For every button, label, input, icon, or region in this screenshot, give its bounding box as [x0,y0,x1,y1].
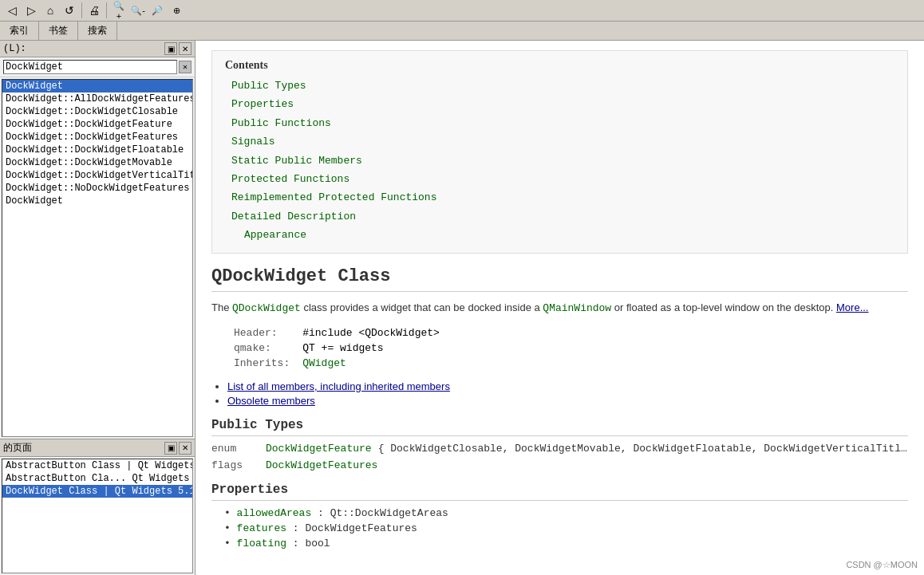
prop-type-features: : DockWidgetFeatures [286,522,417,534]
more-link[interactable]: More... [836,301,868,313]
search-clear-button[interactable]: ✕ [179,61,192,73]
left-bottom-header: 的页面 ▣ ✕ [0,439,195,457]
obsolete-link-item: Obsolete members [227,395,908,407]
zoom-fit-button[interactable]: ⊕ [168,2,185,19]
contents-link-public-functions[interactable]: Public Functions [225,114,894,132]
class-title: QDockWidget Class [211,266,908,292]
watermark: CSDN @☆MOON [846,560,918,570]
panel-header-buttons: ▣ ✕ [164,42,192,55]
enum-row: enum DockWidgetFeature { DockWidgetClosa… [211,443,908,455]
tab-bookmark[interactable]: 书签 [39,22,78,40]
zoom-out-button[interactable]: 🔍- [129,2,147,19]
bottom-panel-title: 的页面 [3,441,32,455]
reload-button[interactable]: ↺ [61,2,78,19]
panel-maximize-button[interactable]: ▣ [164,42,177,55]
contents-link-public-types[interactable]: Public Types [225,77,894,95]
list-item[interactable]: DockWidget::DockWidgetFeatures [2,131,192,144]
flags-type[interactable]: DockWidgetFeatures [266,459,377,471]
list-item[interactable]: DockWidget::DockWidgetFeature [2,118,192,131]
left-panel: (L): ▣ ✕ ✕ DockWidget DockWidget::AllDoc… [0,41,195,575]
class-links: List of all members, including inherited… [227,380,908,407]
prop-name-floating[interactable]: floating [237,538,286,549]
prop-item-allowedareas: allowedAreas : Qt::DockWidgetAreas [224,507,908,519]
qmake-value: QT += widgets [296,341,446,356]
flags-row: flags DockWidgetFeatures [211,459,908,471]
public-types-title: Public Types [211,418,908,436]
bottom-list[interactable]: AbstractButton Class | Qt Widgets 5.12.1… [2,459,193,573]
contents-link-appearance[interactable]: Appearance [225,226,894,244]
contents-title: Contents [225,59,894,72]
contents-link-reimplemented[interactable]: Reimplemented Protected Functions [225,188,894,207]
separator [81,2,82,18]
separator2 [106,2,107,18]
bottom-close-button[interactable]: ✕ [179,442,192,455]
left-list[interactable]: DockWidget DockWidget::AllDockWidgetFeat… [2,79,193,437]
list-item[interactable]: DockWidget [2,80,192,93]
forward-button[interactable]: ▷ [22,2,40,19]
back-button[interactable]: ◁ [3,2,21,19]
bottom-list-item[interactable]: AbstractButton Class | Qt Widgets 5.12.1… [2,459,192,472]
meta-table: Header: #include <QDockWidget> qmake: QT… [227,325,446,371]
contents-link-protected-functions[interactable]: Protected Functions [225,170,894,188]
obsolete-link[interactable]: Obsolete members [227,395,315,407]
search-input[interactable] [3,60,177,74]
left-panel-title: (L): [3,43,26,54]
prop-item-features: features : DockWidgetFeatures [224,522,908,534]
qmainwindow-link[interactable]: QMainWindow [543,302,611,314]
contents-link-detailed-description[interactable]: Detailed Description [225,207,894,226]
qwidget-link[interactable]: QWidget [302,357,346,369]
left-bottom-panel: 的页面 ▣ ✕ AbstractButton Class | Qt Widget… [0,439,195,575]
contents-box: Contents Public Types Properties Public … [211,50,908,254]
left-top-panel: (L): ▣ ✕ ✕ DockWidget DockWidget::AllDoc… [0,41,195,439]
qmake-label: qmake: [227,341,296,356]
header-label: Header: [227,325,296,341]
enum-values: { DockWidgetClosable, DockWidgetMovable,… [378,443,908,455]
contents-link-properties[interactable]: Properties [225,95,894,113]
bottom-panel-buttons: ▣ ✕ [164,442,192,455]
prop-name-features[interactable]: features [237,522,286,534]
panel-close-button[interactable]: ✕ [179,42,192,55]
list-item[interactable]: DockWidget::NoDockWidgetFeatures [2,182,192,195]
prop-item-floating: floating : bool [224,538,908,549]
list-item[interactable]: DockWidget [2,195,192,207]
right-content[interactable]: Contents Public Types Properties Public … [195,41,924,575]
contents-link-static-public-members[interactable]: Static Public Members [225,152,894,170]
enum-type[interactable]: DockWidgetFeature [266,443,372,455]
enum-label: enum [211,443,259,455]
header-value: #include <QDockWidget> [296,325,446,341]
list-item[interactable]: DockWidget::DockWidgetClosable [2,105,192,118]
properties-title: Properties [211,482,908,501]
inherits-label: Inherits: [227,356,296,371]
list-item[interactable]: DockWidget::DockWidgetVerticalTitleBar [2,169,192,182]
nav-tabs: 索引 书签 搜索 [0,22,924,41]
prop-name-allowedareas[interactable]: allowedAreas [237,507,312,519]
contents-link-signals[interactable]: Signals [225,132,894,151]
bottom-maximize-button[interactable]: ▣ [164,442,177,455]
inherits-value: QWidget [296,356,446,371]
properties-list: allowedAreas : Qt::DockWidgetAreas featu… [224,507,908,549]
tab-search[interactable]: 搜索 [78,22,117,40]
left-panel-header: (L): ▣ ✕ [0,41,195,57]
flags-label: flags [211,459,259,471]
main-layout: (L): ▣ ✕ ✕ DockWidget DockWidget::AllDoc… [0,41,924,575]
tab-index[interactable]: 索引 [0,22,39,40]
print-button[interactable]: 🖨 [85,2,103,19]
list-item[interactable]: DockWidget::DockWidgetMovable [2,156,192,169]
toolbar: ◁ ▷ ⌂ ↺ 🖨 🔍+ 🔍- 🔎 ⊕ [0,0,924,22]
list-item[interactable]: DockWidget::AllDockWidgetFeatures [2,93,192,105]
class-description: The QDockWidget class provides a widget … [211,300,908,317]
zoom-reset-button[interactable]: 🔎 [148,2,166,19]
bottom-list-item[interactable]: DockWidget Class | Qt Widgets 5.12.12 [2,485,192,498]
search-row: ✕ [0,57,195,77]
all-members-link-item: List of all members, including inherited… [227,380,908,392]
zoom-in-button[interactable]: 🔍+ [110,2,128,19]
prop-type-allowedareas: : Qt::DockWidgetAreas [311,507,448,519]
bottom-list-item[interactable]: AbstractButton Cla... Qt Widgets 5.12.12 [2,472,192,485]
home-button[interactable]: ⌂ [41,2,59,19]
prop-type-floating: : bool [286,538,330,549]
list-item[interactable]: DockWidget::DockWidgetFloatable [2,144,192,156]
all-members-link[interactable]: List of all members, including inherited… [227,380,450,392]
qdockwidget-link[interactable]: QDockWidget [232,302,301,314]
